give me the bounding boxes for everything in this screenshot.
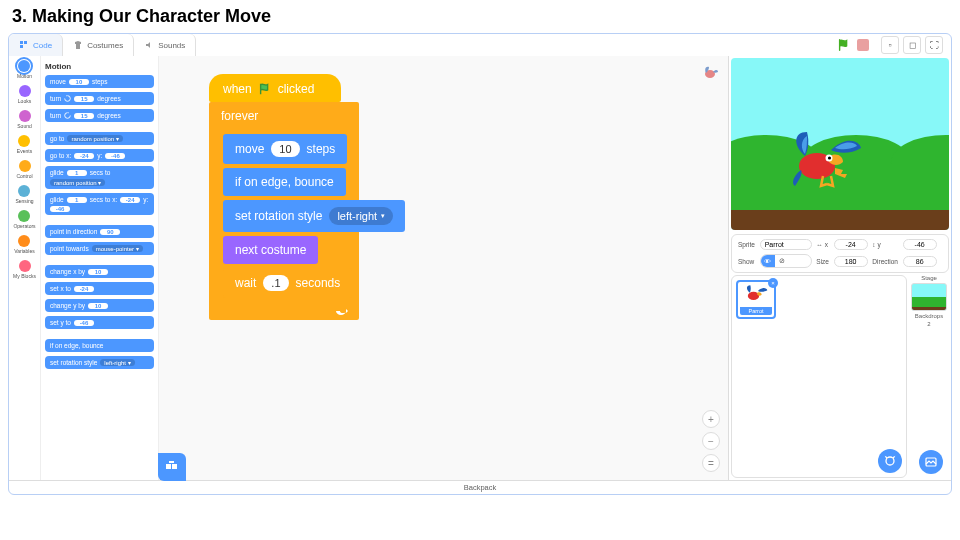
sounds-icon <box>144 40 154 50</box>
svg-rect-5 <box>172 464 177 469</box>
tab-code-label: Code <box>33 41 52 50</box>
category-looks[interactable]: Looks <box>18 85 31 104</box>
sprite-card-parrot[interactable]: × Parrot <box>736 280 776 319</box>
category-label: Variables <box>14 248 34 254</box>
green-flag-button[interactable] <box>837 38 851 52</box>
visibility-toggle[interactable]: 👁⊘ <box>760 254 813 268</box>
palette-block-set-y[interactable]: set y to-46 <box>45 316 154 329</box>
palette-block-glide[interactable]: glide1secs torandom position ▾ <box>45 166 154 189</box>
sprite-direction-input[interactable] <box>903 256 937 267</box>
svg-rect-0 <box>20 41 23 44</box>
green-flag-icon <box>258 82 272 96</box>
zoom-out-button[interactable]: − <box>702 432 720 450</box>
parrot-sprite <box>785 128 865 198</box>
add-extension-button[interactable] <box>158 453 186 481</box>
sprite-name-input[interactable] <box>760 239 812 250</box>
category-variables[interactable]: Variables <box>14 235 34 254</box>
backpack-toggle[interactable]: Backpack <box>9 480 951 494</box>
script-stack[interactable]: when clicked forever move10steps if on e… <box>209 74 359 320</box>
block-when-flag-clicked[interactable]: when clicked <box>209 74 341 102</box>
category-dot-icon <box>18 210 30 222</box>
block-if-on-edge-bounce[interactable]: if on edge, bounce <box>223 168 346 196</box>
zoom-in-button[interactable]: + <box>702 410 720 428</box>
block-wait-seconds[interactable]: wait.1seconds <box>223 268 352 298</box>
show-label: Show <box>738 258 756 265</box>
svg-rect-2 <box>20 45 23 48</box>
workspace-sprite-thumb <box>700 64 720 80</box>
extension-icon <box>165 460 179 474</box>
turn-ccw-icon <box>64 112 71 119</box>
rotation-style-dropdown[interactable]: left-right▾ <box>329 207 393 225</box>
block-set-rotation-style[interactable]: set rotation styleleft-right▾ <box>223 200 405 232</box>
stage-preview[interactable] <box>731 58 949 230</box>
forever-label: forever <box>209 102 359 130</box>
svg-rect-6 <box>169 461 174 463</box>
category-sensing[interactable]: Sensing <box>15 185 33 204</box>
eye-hide-icon[interactable]: ⊘ <box>775 255 789 267</box>
category-control[interactable]: Control <box>16 160 32 179</box>
palette-block-turn-ccw[interactable]: turn15degrees <box>45 109 154 122</box>
zoom-reset-button[interactable]: = <box>702 454 720 472</box>
category-dot-icon <box>19 160 31 172</box>
tab-sounds[interactable]: Sounds <box>134 34 196 56</box>
delete-sprite-button[interactable]: × <box>768 278 778 288</box>
backdrops-count: 2 <box>927 321 930 327</box>
block-move-steps[interactable]: move10steps <box>223 134 347 164</box>
stage-thumbnail[interactable] <box>911 283 947 311</box>
palette-block-change-y[interactable]: change y by10 <box>45 299 154 312</box>
sprite-card-label: Parrot <box>740 307 772 315</box>
block-next-costume[interactable]: next costume <box>223 236 318 264</box>
fullscreen-button[interactable]: ⛶ <box>925 36 943 54</box>
category-sound[interactable]: Sound <box>17 110 31 129</box>
palette-block-move[interactable]: move10steps <box>45 75 154 88</box>
category-label: Events <box>17 148 32 154</box>
palette-block-rotation-style[interactable]: set rotation styleleft-right ▾ <box>45 356 154 369</box>
sprite-name-label: Sprite <box>738 241 756 248</box>
palette-header: Motion <box>45 62 154 71</box>
category-events[interactable]: Events <box>17 135 32 154</box>
sprite-x-input[interactable] <box>834 239 868 250</box>
palette-block-edge-bounce[interactable]: if on edge, bounce <box>45 339 154 352</box>
y-label: ↕ y <box>872 241 898 248</box>
palette-block-point-direction[interactable]: point in direction90 <box>45 225 154 238</box>
svg-rect-4 <box>166 464 171 469</box>
category-dot-icon <box>18 135 30 147</box>
eye-show-icon[interactable]: 👁 <box>761 255 775 267</box>
add-backdrop-button[interactable] <box>919 450 943 474</box>
wait-seconds-input[interactable]: .1 <box>263 275 288 291</box>
tab-code[interactable]: Code <box>9 34 63 56</box>
category-label: Sound <box>17 123 31 129</box>
workspace-zoom-controls: + − = <box>702 410 720 472</box>
backdrops-label: Backdrops <box>915 313 943 319</box>
costumes-icon <box>73 40 83 50</box>
large-stage-button[interactable]: ◻ <box>903 36 921 54</box>
stop-button[interactable] <box>857 39 869 51</box>
direction-label: Direction <box>872 258 898 265</box>
move-steps-input[interactable]: 10 <box>271 141 299 157</box>
add-sprite-button[interactable] <box>878 449 902 473</box>
palette-block-set-x[interactable]: set x to-24 <box>45 282 154 295</box>
category-label: Operators <box>13 223 35 229</box>
tab-costumes[interactable]: Costumes <box>63 34 134 56</box>
sprite-size-input[interactable] <box>834 256 868 267</box>
palette-block-change-x[interactable]: change x by10 <box>45 265 154 278</box>
sprite-list: × Parrot <box>731 275 907 478</box>
stage-controls: ▫ ◻ ⛶ <box>837 34 951 56</box>
code-icon <box>19 40 29 50</box>
small-stage-button[interactable]: ▫ <box>881 36 899 54</box>
palette-block-point-towards[interactable]: point towardsmouse-pointer ▾ <box>45 242 154 255</box>
script-workspace[interactable]: when clicked forever move10steps if on e… <box>159 56 729 480</box>
turn-cw-icon <box>64 95 71 102</box>
palette-block-gotoxy[interactable]: go to x:-24y:-46 <box>45 149 154 162</box>
palette-block-goto[interactable]: go torandom position ▾ <box>45 132 154 145</box>
category-operators[interactable]: Operators <box>13 210 35 229</box>
block-forever[interactable]: forever move10steps if on edge, bounce s… <box>209 102 359 320</box>
category-motion[interactable]: Motion <box>17 60 32 79</box>
scratch-editor: Code Costumes Sounds ▫ ◻ ⛶ MotionLooksSo… <box>8 33 952 495</box>
category-my-blocks[interactable]: My Blocks <box>13 260 36 279</box>
palette-block-glidexy[interactable]: glide1secs to x:-24y:-46 <box>45 193 154 215</box>
palette-block-turn-cw[interactable]: turn15degrees <box>45 92 154 105</box>
sprite-y-input[interactable] <box>903 239 937 250</box>
category-label: Motion <box>17 73 32 79</box>
tab-sounds-label: Sounds <box>158 41 185 50</box>
